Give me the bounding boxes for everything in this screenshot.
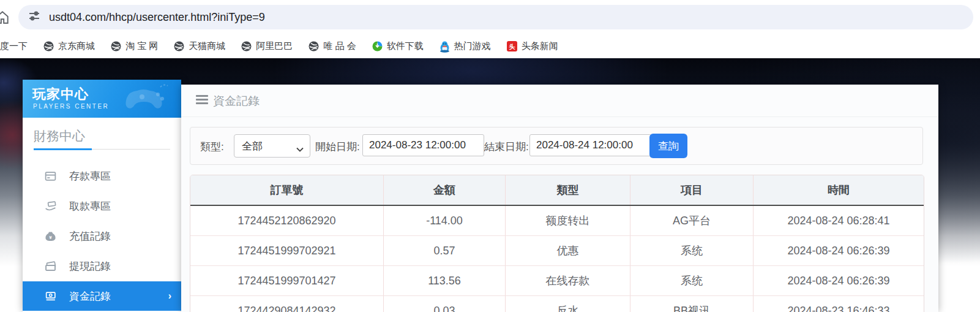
table-cell: 系统 bbox=[630, 236, 754, 265]
sidebar-item-label: 存款專區 bbox=[69, 169, 111, 183]
browser-chrome: usdt04.com/hhcp/usercenter.html?iniType=… bbox=[0, 0, 980, 34]
sidebar-item-wallet[interactable]: 提現記錄› bbox=[23, 251, 181, 281]
sidebar-menu: 存款專區›取款專區›¥充值記錄›提現記錄›資金記錄› bbox=[23, 161, 181, 311]
home-icon[interactable] bbox=[0, 10, 10, 28]
type-select-value: 全部 bbox=[242, 139, 263, 153]
sidebar-item-label: 資金記錄 bbox=[69, 289, 111, 303]
page-title: 資金記錄 bbox=[213, 93, 260, 109]
table-row: 1724452120862920-114.00额度转出AG平台2024-08-2… bbox=[190, 206, 924, 236]
table-cell: 在线存款 bbox=[506, 266, 630, 295]
download-favicon-icon bbox=[372, 41, 383, 51]
section-underline bbox=[34, 148, 170, 150]
bookmarks-bar: 度一下京东商城淘 宝 网天猫商城阿里巴巴唯 品 会软件下载热门游戏头头条新闻 bbox=[0, 34, 980, 58]
sidebar: 玩家中心 PLAYERS CENTER 財務中心 存款專區›取款專區›¥充值記錄… bbox=[23, 80, 181, 312]
table-cell: 1724451999702921 bbox=[190, 236, 384, 265]
bookmark-label: 京东商城 bbox=[58, 40, 95, 52]
end-date-input[interactable] bbox=[529, 134, 651, 156]
column-header: 金額 bbox=[384, 175, 506, 205]
address-bar[interactable]: usdt04.com/hhcp/usercenter.html?iniType=… bbox=[18, 5, 973, 29]
table-cell: 2024-08-23 16:46:33 bbox=[754, 296, 924, 312]
table-header-row: 訂單號金額類型項目時間 bbox=[190, 175, 924, 206]
table-cell: 1724451999701427 bbox=[190, 266, 384, 295]
end-date-label: 結束日期: bbox=[484, 140, 529, 154]
table-cell: 1724452120862920 bbox=[190, 206, 384, 235]
sidebar-item-money-bag[interactable]: ¥充值記錄› bbox=[23, 221, 181, 251]
bookmark-item[interactable]: 度一下 bbox=[0, 40, 28, 52]
table-cell: 2024-08-24 06:26:39 bbox=[754, 266, 924, 295]
table-cell: AG平台 bbox=[630, 206, 754, 235]
url-text: usdt04.com/hhcp/usercenter.html?iniType=… bbox=[49, 11, 265, 24]
money-bag-icon: ¥ bbox=[43, 230, 57, 243]
type-label: 類型: bbox=[200, 140, 224, 154]
sidebar-item-label: 提現記錄 bbox=[69, 259, 111, 273]
table-cell: 2024-08-24 06:28:41 bbox=[754, 206, 924, 235]
start-date-label: 開始日期: bbox=[315, 140, 360, 154]
toutiao-favicon-icon: 头 bbox=[507, 41, 517, 51]
sidebar-item-withdraw-hand[interactable]: 取款專區› bbox=[23, 191, 181, 221]
records-table: 訂單號金額類型項目時間1724452120862920-114.00额度转出AG… bbox=[190, 175, 924, 312]
bookmark-item[interactable]: 阿里巴巴 bbox=[241, 40, 293, 52]
bookmark-label: 淘 宝 网 bbox=[125, 40, 158, 52]
bookmark-item[interactable]: 京东商城 bbox=[43, 40, 95, 52]
globe-favicon-icon bbox=[309, 41, 319, 51]
table-cell: 反水 bbox=[506, 296, 630, 312]
table-cell: 113.56 bbox=[384, 266, 506, 295]
chevron-right-icon: › bbox=[168, 291, 171, 302]
table-cell: 1724429084142932 bbox=[190, 296, 384, 312]
penguin-favicon-icon bbox=[440, 41, 450, 51]
svg-text:¥: ¥ bbox=[49, 235, 52, 240]
banknote-icon bbox=[43, 289, 57, 303]
bookmark-item[interactable]: 头头条新闻 bbox=[507, 40, 558, 52]
sidebar-item-banknote[interactable]: 資金記錄› bbox=[23, 281, 181, 311]
sidebar-item-label: 充值記錄 bbox=[69, 229, 111, 243]
column-header: 類型 bbox=[506, 175, 630, 205]
bookmark-label: 热门游戏 bbox=[454, 40, 491, 52]
globe-favicon-icon bbox=[111, 41, 121, 51]
sidebar-header: 玩家中心 PLAYERS CENTER bbox=[23, 80, 181, 118]
column-header: 項目 bbox=[630, 175, 754, 205]
globe-favicon-icon bbox=[241, 41, 252, 51]
page-background: 玩家中心 PLAYERS CENTER 財務中心 存款專區›取款專區›¥充值記錄… bbox=[0, 58, 980, 312]
wallet-icon bbox=[43, 260, 57, 273]
bookmark-label: 头条新闻 bbox=[522, 40, 558, 52]
table-cell: 2024-08-24 06:26:39 bbox=[754, 236, 924, 265]
column-header: 時間 bbox=[754, 175, 924, 205]
filter-bar: 類型: 全部 開始日期: 結束日期: 查詢 bbox=[190, 127, 923, 165]
bookmark-label: 阿里巴巴 bbox=[256, 40, 293, 52]
withdraw-hand-icon bbox=[43, 200, 57, 213]
start-date-input[interactable] bbox=[362, 134, 484, 156]
globe-favicon-icon bbox=[43, 41, 54, 51]
sidebar-item-label: 取款專區 bbox=[69, 199, 111, 213]
svg-text:头: 头 bbox=[509, 44, 515, 50]
bookmark-item[interactable]: 软件下载 bbox=[372, 40, 424, 52]
sidebar-subtitle: PLAYERS CENTER bbox=[33, 103, 109, 110]
bookmark-item[interactable]: 热门游戏 bbox=[440, 40, 491, 52]
type-select[interactable]: 全部 bbox=[234, 134, 310, 158]
bookmark-label: 唯 品 会 bbox=[323, 40, 356, 52]
query-button[interactable]: 查詢 bbox=[649, 134, 687, 158]
table-cell: -114.00 bbox=[384, 206, 506, 235]
deposit-card-icon bbox=[43, 170, 57, 183]
table-cell: 0.03 bbox=[384, 296, 506, 312]
sidebar-item-deposit-card[interactable]: 存款專區› bbox=[23, 161, 181, 191]
gamepad-icon bbox=[124, 82, 176, 118]
bookmark-item[interactable]: 淘 宝 网 bbox=[111, 40, 158, 52]
menu-toggle-icon[interactable] bbox=[196, 95, 208, 106]
table-row: 1724451999701427113.56在线存款系统2024-08-24 0… bbox=[190, 266, 924, 296]
table-cell: 0.57 bbox=[384, 236, 506, 265]
bookmark-item[interactable]: 天猫商城 bbox=[174, 40, 225, 52]
site-settings-icon[interactable] bbox=[28, 10, 40, 25]
table-cell: BB视讯 bbox=[630, 296, 754, 312]
bookmark-label: 度一下 bbox=[0, 40, 28, 52]
globe-favicon-icon bbox=[174, 41, 184, 51]
table-row: 17244519997029210.57优惠系统2024-08-24 06:26… bbox=[190, 236, 924, 266]
panel-header: 資金記錄 bbox=[181, 85, 938, 117]
bookmark-label: 软件下载 bbox=[387, 40, 424, 52]
sidebar-title: 玩家中心 bbox=[32, 85, 89, 104]
browser-window: usdt04.com/hhcp/usercenter.html?iniType=… bbox=[0, 0, 980, 312]
table-cell: 系统 bbox=[630, 266, 754, 295]
bookmark-item[interactable]: 唯 品 会 bbox=[309, 40, 356, 52]
table-row: 17244290841429320.03反水BB视讯2024-08-23 16:… bbox=[190, 296, 924, 312]
column-header: 訂單號 bbox=[190, 175, 384, 205]
sidebar-section-title: 財務中心 bbox=[34, 127, 85, 145]
